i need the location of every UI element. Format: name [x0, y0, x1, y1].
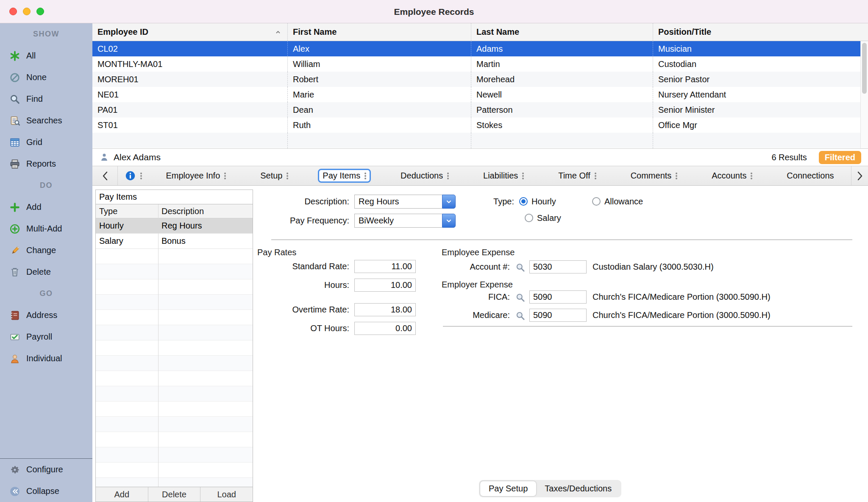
table-row[interactable]: MONTHLY-MA01 William Martin Custodian — [92, 56, 868, 72]
hours-row: Hours: — [220, 278, 416, 292]
taxes-deductions-tab[interactable]: Taxes/Deductions — [536, 481, 620, 496]
address-book-icon — [9, 310, 20, 321]
standard-rate-input[interactable] — [354, 260, 416, 273]
sort-ascending-icon — [275, 29, 281, 36]
sidebar-item-delete[interactable]: Delete — [0, 261, 92, 283]
main-area: Employee ID First Name Last Name Positio… — [92, 23, 868, 502]
medicare-account-input[interactable] — [529, 309, 587, 322]
pay-items-column-divider — [158, 204, 159, 487]
sidebar-item-collapse[interactable]: Collapse — [0, 480, 92, 502]
medicare-lookup-icon[interactable] — [515, 310, 526, 321]
sidebar-item-configure[interactable]: Configure — [0, 459, 92, 480]
tab-pay-items[interactable]: Pay Items — [318, 169, 371, 183]
tab-menu-icon[interactable] — [676, 173, 677, 179]
sidebar-item-add[interactable]: Add — [0, 196, 92, 218]
sidebar-item-payroll[interactable]: Payroll — [0, 326, 92, 348]
table-row[interactable]: NE01 Marie Newell Nursery Attendant — [92, 87, 868, 102]
sidebar-item-reports[interactable]: Reports — [0, 153, 92, 175]
tab-menu-icon[interactable] — [140, 173, 142, 179]
tab-menu-icon[interactable] — [364, 173, 366, 179]
plus-icon — [9, 202, 20, 213]
table-scrollbar[interactable] — [860, 41, 868, 148]
column-header-last-name[interactable]: Last Name — [471, 23, 653, 41]
fica-row: FICA: Church's FICA/Medicare Portion (30… — [443, 290, 771, 304]
tab-deductions[interactable]: Deductions — [396, 169, 453, 183]
sidebar-item-all[interactable]: All — [0, 45, 92, 67]
tab-menu-icon[interactable] — [224, 173, 226, 179]
tab-menu-icon[interactable] — [447, 173, 449, 179]
tabs-forward-button[interactable] — [851, 166, 868, 185]
pay-frequency-dropdown-button[interactable] — [442, 214, 456, 228]
slashed-circle-icon — [9, 72, 20, 83]
sidebar-footer: Configure Collapse — [0, 458, 92, 502]
hours-input[interactable] — [354, 279, 416, 292]
type-label-row: Type: Hourly — [470, 196, 556, 207]
tab-accounts[interactable]: Accounts — [707, 169, 757, 183]
saved-search-icon — [9, 115, 20, 126]
radio-hourly[interactable]: Hourly — [519, 197, 556, 206]
tab-comments[interactable]: Comments — [626, 169, 682, 183]
employer-expense-title: Employer Expense — [442, 280, 513, 290]
pay-frequency-input[interactable] — [354, 214, 442, 228]
fica-lookup-icon[interactable] — [515, 292, 526, 303]
selected-record-name: Alex Adams — [114, 152, 161, 162]
radio-salary[interactable]: Salary — [525, 212, 561, 223]
table-row[interactable]: ST01 Ruth Stokes Office Mgr — [92, 117, 868, 133]
sidebar-item-change[interactable]: Change — [0, 240, 92, 261]
tabs-back-button[interactable] — [92, 166, 118, 185]
sidebar-item-grid[interactable]: Grid — [0, 131, 92, 153]
collapse-icon — [9, 486, 20, 497]
section-divider — [271, 240, 852, 240]
tab-connections[interactable]: Connections — [782, 169, 838, 183]
tab-menu-icon[interactable] — [595, 173, 596, 179]
radio-allowance[interactable]: Allowance — [592, 196, 643, 207]
sidebar-item-multi-add[interactable]: Multi-Add — [0, 218, 92, 240]
tabs: Employee Info Setup Pay Items Deductions… — [149, 166, 851, 185]
table-empty-area — [92, 133, 868, 148]
asterisk-icon — [9, 50, 20, 61]
section-divider — [443, 326, 852, 326]
tab-menu-icon[interactable] — [287, 173, 288, 179]
pay-items-panel: Pay Items Type Description Hourly Reg Ho… — [95, 190, 253, 502]
tab-employee-info[interactable]: Employee Info — [161, 169, 231, 183]
sidebar: SHOW All None Find Searches Grid Reports… — [0, 23, 92, 502]
fica-note: Church's FICA/Medicare Portion (3000.509… — [593, 292, 771, 302]
description-dropdown-button[interactable] — [442, 195, 456, 209]
sidebar-item-none[interactable]: None — [0, 67, 92, 88]
overtime-rate-input[interactable] — [354, 303, 416, 316]
payroll-check-icon — [9, 332, 20, 343]
column-header-position-title[interactable]: Position/Title — [653, 23, 868, 41]
medicare-note: Church's FICA/Medicare Portion (3000.509… — [593, 310, 771, 320]
filtered-badge[interactable]: Filtered — [819, 151, 861, 164]
ot-hours-input[interactable] — [354, 322, 416, 335]
pay-item-row[interactable]: Salary Bonus — [96, 234, 253, 249]
delete-pay-item-button[interactable]: Delete — [148, 487, 201, 502]
sidebar-item-address[interactable]: Address — [0, 304, 92, 326]
table-row[interactable]: MOREH01 Robert Morehead Senior Pastor — [92, 72, 868, 87]
table-row-selected[interactable]: CL02 Alex Adams Musician — [92, 41, 868, 56]
column-header-employee-id[interactable]: Employee ID — [92, 23, 287, 41]
load-pay-item-button[interactable]: Load — [200, 487, 253, 502]
sidebar-item-individual[interactable]: Individual — [0, 348, 92, 369]
tab-time-off[interactable]: Time Off — [554, 169, 601, 183]
table-row[interactable]: PA01 Dean Patterson Senior Minister — [92, 102, 868, 117]
fica-account-input[interactable] — [529, 290, 587, 304]
circle-plus-icon — [9, 223, 20, 234]
add-pay-item-button[interactable]: Add — [96, 487, 148, 502]
tab-liabilities[interactable]: Liabilities — [479, 169, 529, 183]
description-input[interactable] — [354, 195, 442, 209]
pay-setup-tab[interactable]: Pay Setup — [480, 481, 536, 496]
column-header-first-name[interactable]: First Name — [287, 23, 471, 41]
sidebar-item-find[interactable]: Find — [0, 88, 92, 110]
tab-setup[interactable]: Setup — [256, 169, 293, 183]
sidebar-item-searches[interactable]: Searches — [0, 110, 92, 131]
account-lookup-icon[interactable] — [515, 262, 526, 273]
tab-info[interactable] — [118, 166, 149, 185]
radio-icon — [592, 197, 601, 206]
tab-menu-icon[interactable] — [522, 173, 524, 179]
account-number-input[interactable] — [529, 260, 587, 273]
window-title: Employee Records — [0, 0, 868, 23]
person-icon — [9, 353, 20, 364]
sidebar-section-go: GO — [0, 283, 92, 304]
tab-menu-icon[interactable] — [751, 173, 752, 179]
